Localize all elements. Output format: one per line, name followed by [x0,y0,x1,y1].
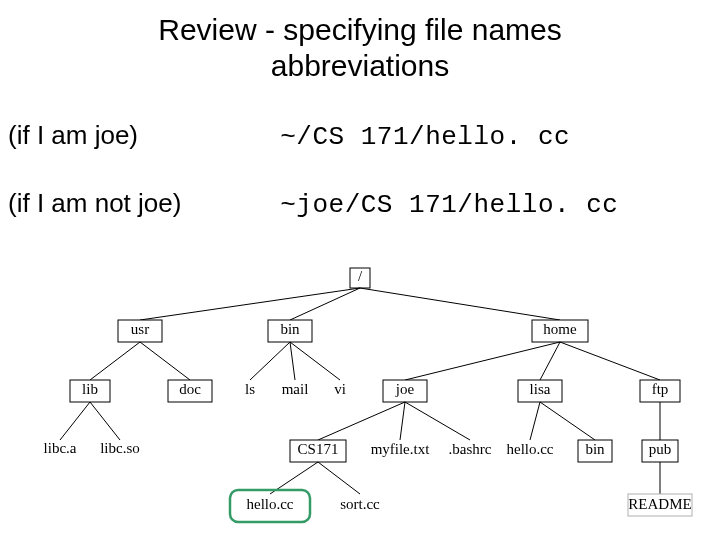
label-libc-so: libc.so [100,440,140,456]
label-ls: ls [245,381,255,397]
edge [318,402,405,440]
label-lisa-hello: hello.cc [506,441,553,457]
file-tree-diagram: / usr bin home lib doc [0,262,720,540]
edge [530,402,540,440]
label-joe: joe [395,381,415,397]
title-line-1: Review - specifying file names [158,13,562,46]
label-myfile: myfile.txt [371,441,431,457]
edge [405,402,470,440]
edge [400,402,405,440]
edge [540,402,595,440]
label-libc-a: libc.a [44,440,77,456]
slide-title: Review - specifying file names abbreviat… [0,12,720,84]
label-home: home [543,321,577,337]
edge [405,342,560,380]
label-mail: mail [282,381,309,397]
label-sort-cc: sort.cc [340,496,380,512]
example-row-1: (if I am joe) ~/CS 171/hello. cc [8,120,712,152]
edge [290,342,295,380]
edge [318,462,360,494]
edge [90,342,140,380]
edge [250,342,290,380]
edge [290,342,340,380]
label-readme: README [628,496,691,512]
label-doc: doc [179,381,201,397]
title-line-2: abbreviations [271,49,449,82]
edge [560,342,660,380]
label-bashrc: .bashrc [449,441,492,457]
label-lisa: lisa [530,381,551,397]
label-lib: lib [82,381,98,397]
condition-2: (if I am not joe) [8,188,273,219]
label-cs171: CS171 [298,441,339,457]
edge [540,342,560,380]
example-row-2: (if I am not joe) ~joe/CS 171/hello. cc [8,188,712,220]
edge [90,402,120,440]
label-vi: vi [334,381,346,397]
label-lisa-bin: bin [585,441,605,457]
edge [140,342,190,380]
label-usr: usr [131,321,149,337]
label-bin: bin [280,321,300,337]
condition-1: (if I am joe) [8,120,273,151]
label-hello-cc: hello.cc [246,496,293,512]
label-pub: pub [649,441,672,457]
path-1: ~/CS 171/hello. cc [280,122,570,152]
label-ftp: ftp [652,381,669,397]
path-2: ~joe/CS 171/hello. cc [280,190,618,220]
edge [60,402,90,440]
edge [360,288,560,320]
edge [140,288,360,320]
